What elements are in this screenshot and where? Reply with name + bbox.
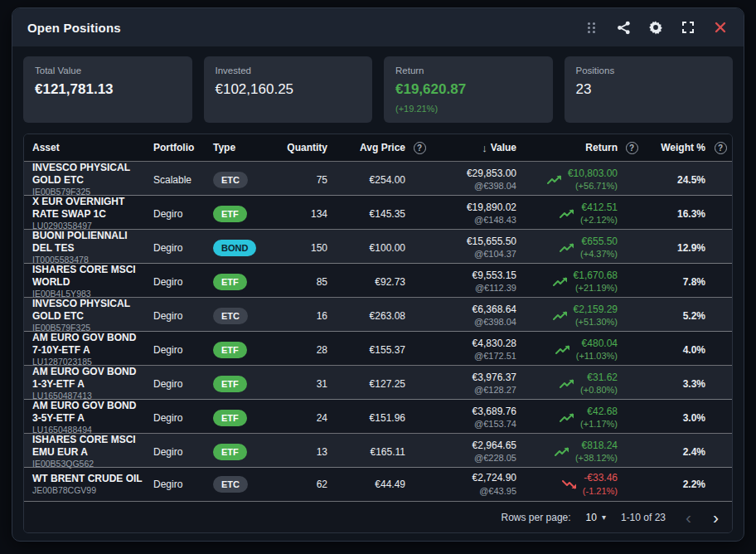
- table-row[interactable]: X EUR OVERNIGHT RATE SWAP 1C LU029035849…: [24, 196, 732, 230]
- return-value: €19,620.87: [395, 81, 541, 98]
- return-cell: €412.51 (+2.12%): [520, 202, 621, 226]
- return-percent: (-1.21%): [583, 485, 618, 497]
- avg-price-value: €92.73: [331, 276, 409, 288]
- return-amount: €42.68: [580, 406, 618, 419]
- column-header-avg-price[interactable]: Avg Price: [331, 142, 409, 153]
- avg-price-value: €127.25: [331, 378, 409, 390]
- portfolio-name: Degiro: [150, 208, 210, 220]
- column-header-type[interactable]: Type: [210, 142, 279, 153]
- asset-name: ISHARES CORE MSCI WORLD: [32, 264, 147, 289]
- column-header-weight[interactable]: Weight %: [642, 142, 709, 153]
- close-icon[interactable]: [712, 19, 729, 36]
- type-badge: ETF: [213, 274, 247, 290]
- table-row[interactable]: AM EURO GOV BOND 3-5Y-ETF A LU1650488494…: [24, 400, 732, 434]
- portfolio-name: Degiro: [150, 479, 210, 490]
- window-toolbar: [583, 19, 729, 36]
- value-at-price: @€43.95: [434, 485, 516, 497]
- return-card: Return €19,620.87 (+19.21%): [384, 56, 553, 123]
- return-amount: €480.04: [576, 338, 618, 351]
- return-amount: €655.50: [580, 236, 618, 249]
- type-badge: ETF: [213, 410, 247, 426]
- drag-handle-icon[interactable]: [583, 19, 599, 36]
- portfolio-name: Degiro: [150, 412, 210, 424]
- table-header: Asset Portfolio Type Quantity Avg Price …: [24, 134, 732, 162]
- weight-value: 12.9%: [642, 242, 709, 254]
- value-at-price: @€398.04: [434, 180, 516, 192]
- value-at-price: @€172.51: [434, 350, 516, 362]
- positions-count: 23: [576, 81, 722, 98]
- column-header-asset[interactable]: Asset: [24, 142, 150, 153]
- table-row[interactable]: BUONI POLIENNALI DEL TES IT0005583478 De…: [24, 230, 732, 264]
- trend-icon: [562, 479, 577, 490]
- rows-per-page-select[interactable]: 10 ▾: [586, 512, 606, 523]
- return-amount: €412.51: [580, 202, 618, 215]
- table-row[interactable]: INVESCO PHYSICAL GOLD ETC IE00B579F325 D…: [24, 298, 732, 332]
- column-header-portfolio[interactable]: Portfolio: [150, 142, 210, 153]
- return-help-icon[interactable]: ?: [626, 142, 638, 154]
- return-percent: (+38.12%): [575, 452, 618, 464]
- asset-name: INVESCO PHYSICAL GOLD ETC: [32, 162, 147, 187]
- card-label: Total Value: [35, 66, 181, 75]
- type-badge: ETC: [213, 476, 248, 493]
- asset-name: ISHARES CORE MSCI EMU EUR A: [32, 434, 147, 459]
- value-at-price: @€148.43: [434, 214, 516, 226]
- return-amount: €818.24: [575, 440, 618, 453]
- settings-gear-icon[interactable]: [647, 19, 664, 36]
- asset-name: AM EURO GOV BOND 1-3Y-ETF A: [32, 366, 147, 391]
- table-row[interactable]: ISHARES CORE MSCI EMU EUR A IE00B53QG562…: [24, 434, 732, 468]
- trend-icon: [560, 378, 574, 390]
- table-row[interactable]: AM EURO GOV BOND 7-10Y-ETF A LU128702318…: [24, 332, 732, 366]
- prev-page-button[interactable]: ‹: [686, 508, 691, 526]
- asset-name: WT BRENT CRUDE OIL: [32, 473, 147, 485]
- type-badge: BOND: [213, 240, 256, 256]
- positions-card: Positions 23: [565, 56, 734, 123]
- weight-value: 2.4%: [642, 446, 709, 458]
- portfolio-name: Degiro: [150, 310, 210, 322]
- return-cell: €42.68 (+1.17%): [520, 406, 621, 430]
- portfolio-name: Degiro: [150, 344, 210, 356]
- portfolio-name: Degiro: [150, 378, 210, 390]
- asset-name: INVESCO PHYSICAL GOLD ETC: [32, 298, 147, 323]
- portfolio-name: Scalable: [150, 174, 210, 186]
- avg-price-value: €145.35: [331, 208, 409, 220]
- trend-icon: [547, 174, 562, 186]
- value-at-price: @€398.04: [434, 316, 516, 328]
- asset-isin: JE00B78CGV99: [32, 485, 147, 497]
- column-header-value[interactable]: ↓ Value: [430, 142, 520, 154]
- value-amount: €3,976.37: [434, 372, 516, 385]
- table-row[interactable]: AM EURO GOV BOND 1-3Y-ETF A LU1650487413…: [24, 366, 732, 400]
- return-cell: €10,803.00 (+56.71%): [520, 168, 621, 192]
- invested-value: €102,160.25: [216, 81, 361, 98]
- asset-name: AM EURO GOV BOND 7-10Y-ETF A: [32, 332, 147, 357]
- table-row[interactable]: INVESCO PHYSICAL GOLD ETC IE00B579F325 S…: [24, 162, 732, 196]
- column-header-return[interactable]: Return: [520, 142, 621, 153]
- quantity-value: 85: [279, 276, 331, 288]
- avg-price-help-icon[interactable]: ?: [414, 142, 426, 154]
- return-cell: €1,670.68 (+21.19%): [520, 270, 621, 294]
- fullscreen-icon[interactable]: [680, 19, 696, 36]
- quantity-value: 13: [279, 446, 331, 458]
- value-amount: €3,689.76: [434, 406, 516, 419]
- return-percent: (+21.19%): [574, 282, 618, 294]
- weight-value: 3.0%: [642, 412, 709, 424]
- table-row[interactable]: ISHARES CORE MSCI WORLD IE00B4L5Y983 Deg…: [24, 264, 732, 298]
- card-label: Return: [395, 66, 541, 75]
- weight-value: 4.0%: [642, 344, 709, 356]
- quantity-value: 150: [279, 242, 331, 254]
- return-amount: €10,803.00: [568, 168, 618, 181]
- type-badge: ETC: [213, 308, 248, 324]
- weight-value: 3.3%: [642, 378, 709, 390]
- weight-help-icon[interactable]: ?: [715, 142, 727, 154]
- next-page-button[interactable]: ›: [713, 508, 719, 526]
- return-amount: €1,670.68: [574, 270, 618, 283]
- column-header-quantity[interactable]: Quantity: [279, 142, 331, 153]
- trend-icon: [560, 208, 574, 220]
- share-icon[interactable]: [615, 19, 632, 36]
- quantity-value: 24: [279, 412, 331, 424]
- table-row[interactable]: WT BRENT CRUDE OIL JE00B78CGV99 Degiro E…: [24, 468, 732, 502]
- value-amount: €9,553.15: [434, 270, 516, 283]
- return-percent: (+0.80%): [580, 384, 618, 396]
- caret-down-icon: ▾: [602, 513, 606, 522]
- return-percent: (+51.30%): [574, 316, 618, 328]
- quantity-value: 134: [279, 208, 331, 220]
